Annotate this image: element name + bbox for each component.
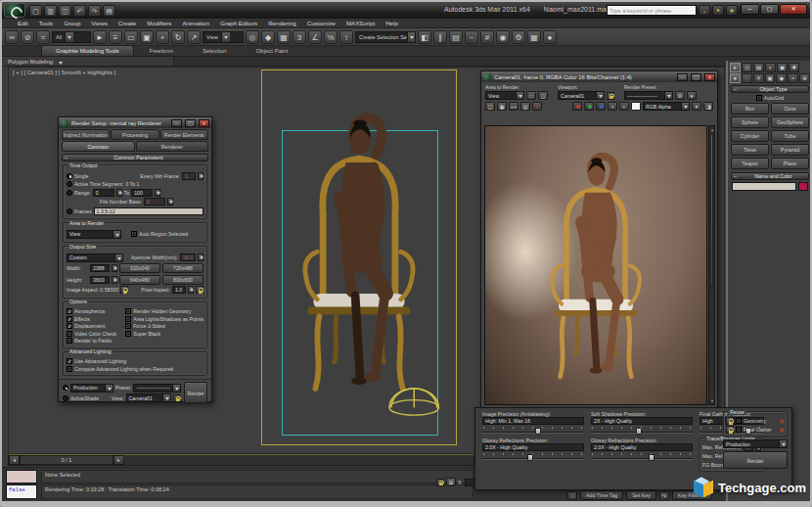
- use-pivot-center-icon[interactable]: ◎: [246, 30, 259, 44]
- object-button-cylinder[interactable]: Cylinder: [731, 130, 769, 142]
- undo-icon[interactable]: ↶: [73, 5, 86, 17]
- search-dropdown-icon[interactable]: ⌄: [699, 5, 710, 16]
- geometry-category-icon[interactable]: ●: [730, 73, 741, 83]
- height-spinner[interactable]: [112, 276, 117, 284]
- percent-snap-icon[interactable]: %: [324, 30, 338, 44]
- select-and-scale-icon[interactable]: ↗: [187, 30, 201, 44]
- rfw-maximize-button[interactable]: ▢: [691, 73, 701, 81]
- utilities-tab-icon[interactable]: ✚: [789, 63, 799, 72]
- res-800x600-button[interactable]: 800x600: [162, 275, 203, 285]
- mr-render-button[interactable]: Render: [723, 451, 788, 469]
- object-button-geosphere[interactable]: GeoSphere: [771, 116, 809, 128]
- blue-channel-icon[interactable]: [596, 102, 606, 111]
- redo-icon[interactable]: ↷: [88, 5, 101, 17]
- toggle-toolbars-icon[interactable]: ▾: [692, 102, 701, 111]
- menu-maxscript[interactable]: MAXScript: [346, 20, 375, 26]
- reuse-fg-lock-icon[interactable]: [726, 426, 734, 434]
- reference-coordinate-dropdown[interactable]: View: [203, 31, 244, 43]
- object-button-pyramid[interactable]: Pyramid: [771, 144, 809, 156]
- ribbon-tab-graphite-modeling-tools[interactable]: Graphite Modeling Tools: [41, 45, 134, 56]
- view-lock-icon[interactable]: [173, 394, 181, 402]
- glossy-refractions-slider[interactable]: [591, 452, 693, 461]
- track-bar[interactable]: ◄ 0 / 1 ►: [8, 454, 474, 466]
- time-tag-icon[interactable]: ◔: [567, 491, 577, 500]
- polygon-modeling-subtab[interactable]: Polygon Modeling: [2, 57, 174, 67]
- object-color-swatch[interactable]: [798, 182, 808, 191]
- checkbox-render-hidden-geometry[interactable]: Render Hidden Geometry: [125, 308, 203, 314]
- ribbon-tab-selection[interactable]: Selection: [189, 46, 241, 56]
- res-320x240-button[interactable]: 320x240: [119, 263, 160, 273]
- select-and-rotate-icon[interactable]: ↻: [171, 30, 185, 44]
- rfw-close-button[interactable]: ✕: [704, 73, 715, 81]
- bind-to-spacewarp-icon[interactable]: ≈: [36, 30, 50, 44]
- save-file-icon[interactable]: ◫: [59, 5, 71, 17]
- hierarchy-tab-icon[interactable]: ▤: [753, 63, 764, 72]
- project-folder-icon[interactable]: ▤: [103, 5, 115, 17]
- infocenter-search-input[interactable]: [607, 5, 697, 16]
- select-and-link-icon[interactable]: ∞: [5, 30, 19, 44]
- rfw-render-icon[interactable]: ●: [687, 91, 697, 100]
- pixel-aspect-field[interactable]: 1.0: [172, 286, 186, 294]
- copy-image-icon[interactable]: ▣: [497, 102, 507, 111]
- new-scene-icon[interactable]: ▢: [29, 5, 42, 17]
- unlink-selection-icon[interactable]: ⊘: [21, 30, 34, 44]
- autogrid-checkbox[interactable]: AutoGrid: [756, 95, 784, 101]
- object-button-plane[interactable]: Plane: [771, 158, 809, 169]
- close-button[interactable]: ✕: [780, 4, 807, 15]
- checkbox-area-lights-shadows-as-points[interactable]: Area Lights/Shadows as Points: [125, 316, 203, 322]
- rfw-scrollbar[interactable]: ▲ ▼: [708, 125, 715, 405]
- select-and-move-icon[interactable]: +: [156, 30, 169, 44]
- checkbox-effects[interactable]: ✓Effects: [67, 316, 125, 322]
- render-setup-tab-indirect-illumination[interactable]: Indirect Illumination: [62, 129, 110, 140]
- rectangular-selection-region-icon[interactable]: ▭: [124, 30, 138, 44]
- cameras-category-icon[interactable]: ▣: [765, 73, 776, 83]
- alpha-channel-icon[interactable]: ◖: [608, 102, 617, 111]
- favorites-icon[interactable]: ★: [726, 5, 738, 16]
- rfw-render-setup-icon[interactable]: ⚙: [675, 91, 685, 100]
- frames-radio[interactable]: [67, 208, 72, 214]
- file-number-spinner[interactable]: [167, 198, 173, 206]
- rfw-viewport-lock-icon[interactable]: [607, 92, 614, 100]
- render-setup-icon[interactable]: ⚙: [512, 30, 525, 44]
- maxscript-mini-listener-macro[interactable]: [6, 470, 37, 484]
- next-frame-icon[interactable]: ►: [113, 455, 124, 465]
- ribbon-tab-freeform[interactable]: Freeform: [136, 46, 187, 56]
- layer-manager-icon[interactable]: ▤: [449, 30, 463, 44]
- object-button-torus[interactable]: Torus: [731, 144, 769, 156]
- checkbox-force-sided[interactable]: Force 2-Sided: [125, 323, 203, 329]
- window-crossing-icon[interactable]: ▣: [140, 30, 154, 44]
- render-setup-tab-common[interactable]: Common: [62, 141, 135, 152]
- every-nth-spinner[interactable]: [198, 172, 203, 180]
- rfw-viewport-dropdown[interactable]: Camera01: [558, 91, 605, 100]
- menu-create[interactable]: Create: [118, 20, 137, 26]
- viewport-label[interactable]: [ + ] [ Camera01 ] [ Smooth + Highlights…: [13, 69, 115, 75]
- pixel-aspect-spinner[interactable]: [188, 286, 194, 294]
- auto-region-icon[interactable]: ◳: [538, 91, 548, 100]
- modify-tab-icon[interactable]: ◎: [742, 63, 752, 72]
- production-radio[interactable]: [63, 385, 68, 391]
- select-and-manipulate-icon[interactable]: ◆: [261, 30, 275, 44]
- area-to-render-dropdown[interactable]: View: [67, 230, 121, 239]
- glossy-reflections-slider[interactable]: [482, 452, 584, 461]
- menu-views[interactable]: Views: [91, 20, 107, 26]
- reuse-geometry-lock-icon[interactable]: [726, 417, 734, 425]
- single-radio[interactable]: [67, 173, 72, 179]
- reuse-geometry-checkbox[interactable]: Geometry: [736, 418, 766, 424]
- selection-filter-dropdown[interactable]: All: [52, 31, 91, 43]
- snaps-toggle-3d-icon[interactable]: 3: [293, 30, 306, 44]
- channel-display-dropdown[interactable]: RGB Alpha: [643, 102, 690, 111]
- frames-field[interactable]: 1,3,5-12: [94, 207, 203, 215]
- every-nth-field[interactable]: 1: [182, 172, 196, 180]
- image-precision-slider[interactable]: [482, 426, 584, 435]
- range-to-field[interactable]: 100: [131, 189, 153, 197]
- width-field[interactable]: 2088: [90, 264, 110, 272]
- checkbox-compute-advanced-lighting-when-required[interactable]: Compute Advanced Lighting when Required: [67, 366, 203, 372]
- clear-geometry-icon[interactable]: ✕: [779, 418, 785, 425]
- pixel-aspect-lock-icon[interactable]: [196, 286, 203, 294]
- render-button[interactable]: Render: [184, 382, 207, 403]
- rfw-preset-dropdown[interactable]: ------------------: [624, 91, 673, 100]
- schematic-view-icon[interactable]: #: [480, 30, 494, 44]
- file-number-base-field[interactable]: 0: [144, 198, 165, 206]
- rfw-layout-icon[interactable]: ◨: [703, 102, 713, 111]
- dialog-close-button[interactable]: ✕: [199, 119, 209, 127]
